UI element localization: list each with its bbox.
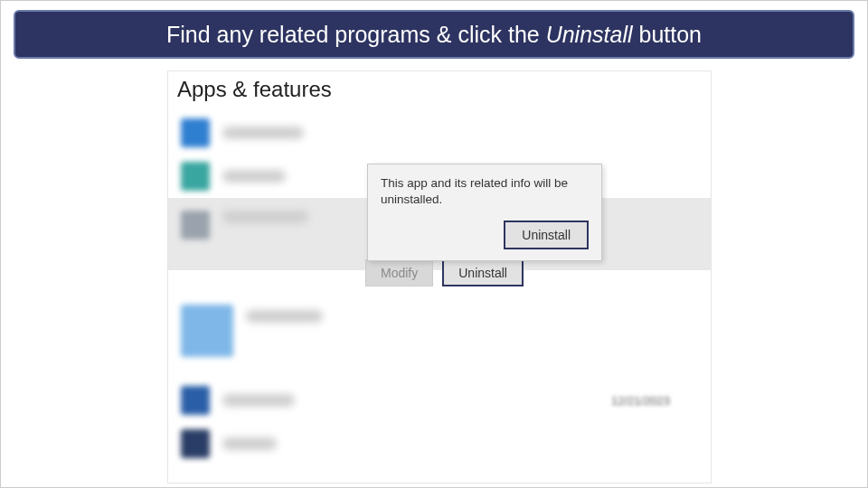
instruction-banner: Find any related programs & click the Un… (14, 10, 854, 59)
modify-button: Modify (365, 259, 433, 286)
popup-actions: Uninstall (381, 221, 589, 249)
banner-suffix: button (633, 22, 702, 47)
app-name-blurred (222, 437, 277, 450)
app-icon (181, 118, 210, 147)
app-name-blurred (222, 170, 286, 183)
app-icon (181, 386, 210, 415)
banner-em: Uninstall (546, 22, 633, 47)
settings-window: Apps & features Modify Uninstall 1 (168, 71, 711, 483)
app-name-blurred (222, 211, 308, 223)
popup-message: This app and its related info will be un… (381, 175, 589, 208)
list-item[interactable]: 12/21/2023 (168, 379, 711, 422)
uninstall-confirm-button[interactable]: Uninstall (504, 221, 589, 249)
uninstall-confirm-popup: This app and its related info will be un… (367, 164, 602, 261)
app-icon (181, 211, 210, 239)
list-item[interactable] (168, 111, 711, 155)
list-item[interactable] (168, 296, 711, 379)
app-name-blurred (222, 127, 304, 139)
list-item[interactable] (168, 422, 711, 465)
app-icon (181, 162, 210, 191)
app-icon (181, 429, 210, 458)
app-icon (181, 305, 233, 357)
install-date: 12/21/2023 (611, 394, 670, 408)
uninstall-button[interactable]: Uninstall (442, 259, 524, 286)
row-actions: Modify Uninstall (365, 259, 524, 286)
banner-prefix: Find any related programs & click the (166, 22, 546, 47)
app-name-blurred (246, 310, 323, 323)
page-title: Apps & features (168, 71, 711, 111)
app-name-blurred (222, 394, 295, 407)
